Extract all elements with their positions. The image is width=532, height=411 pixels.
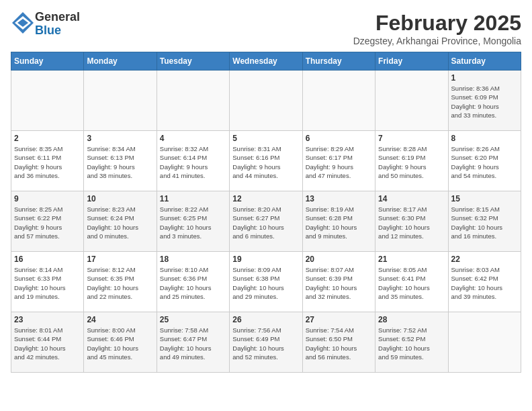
day-info: Sunrise: 8:14 AM Sunset: 6:33 PM Dayligh…	[14, 265, 81, 301]
calendar-week-3: 9Sunrise: 8:25 AM Sunset: 6:22 PM Daylig…	[11, 191, 521, 252]
day-info: Sunrise: 8:31 AM Sunset: 6:16 PM Dayligh…	[232, 144, 299, 180]
day-number: 7	[378, 134, 445, 143]
calendar-cell: 19Sunrise: 8:09 AM Sunset: 6:38 PM Dayli…	[230, 252, 302, 312]
day-info: Sunrise: 8:23 AM Sunset: 6:24 PM Dayligh…	[87, 205, 153, 240]
day-info: Sunrise: 8:12 AM Sunset: 6:35 PM Dayligh…	[87, 265, 153, 301]
calendar-cell: 8Sunrise: 8:26 AM Sunset: 6:20 PM Daylig…	[448, 131, 521, 191]
calendar-cell: 3Sunrise: 8:34 AM Sunset: 6:13 PM Daylig…	[84, 131, 157, 191]
day-number: 14	[378, 194, 445, 203]
day-number: 12	[232, 194, 299, 203]
calendar-cell: 28Sunrise: 7:52 AM Sunset: 6:52 PM Dayli…	[375, 312, 448, 373]
day-info: Sunrise: 8:36 AM Sunset: 6:09 PM Dayligh…	[451, 84, 518, 120]
month-title: February 2025	[353, 11, 521, 36]
calendar-cell	[84, 71, 157, 131]
calendar-cell: 7Sunrise: 8:28 AM Sunset: 6:19 PM Daylig…	[375, 131, 448, 191]
day-number: 3	[87, 134, 153, 143]
day-header-monday: Monday	[84, 52, 157, 71]
day-number: 9	[14, 194, 81, 203]
day-number: 4	[160, 134, 226, 143]
calendar-cell: 1Sunrise: 8:36 AM Sunset: 6:09 PM Daylig…	[448, 71, 521, 131]
day-header-thursday: Thursday	[302, 52, 375, 71]
day-info: Sunrise: 8:15 AM Sunset: 6:32 PM Dayligh…	[451, 205, 518, 240]
calendar-cell: 26Sunrise: 7:56 AM Sunset: 6:49 PM Dayli…	[230, 312, 302, 373]
calendar-cell: 5Sunrise: 8:31 AM Sunset: 6:16 PM Daylig…	[230, 131, 302, 191]
calendar-header: SundayMondayTuesdayWednesdayThursdayFrid…	[11, 52, 521, 71]
day-number: 21	[378, 255, 445, 264]
day-header-wednesday: Wednesday	[230, 52, 302, 71]
calendar-cell: 6Sunrise: 8:29 AM Sunset: 6:17 PM Daylig…	[302, 131, 375, 191]
calendar-cell	[375, 71, 448, 131]
day-number: 20	[306, 255, 372, 264]
day-info: Sunrise: 8:29 AM Sunset: 6:17 PM Dayligh…	[306, 144, 372, 180]
day-number: 17	[87, 255, 153, 264]
day-info: Sunrise: 7:56 AM Sunset: 6:49 PM Dayligh…	[232, 326, 299, 361]
calendar-cell: 9Sunrise: 8:25 AM Sunset: 6:22 PM Daylig…	[11, 191, 84, 252]
day-info: Sunrise: 8:01 AM Sunset: 6:44 PM Dayligh…	[14, 326, 81, 361]
calendar-cell: 24Sunrise: 8:00 AM Sunset: 6:46 PM Dayli…	[84, 312, 157, 373]
calendar-cell: 17Sunrise: 8:12 AM Sunset: 6:35 PM Dayli…	[84, 252, 157, 312]
calendar-cell: 16Sunrise: 8:14 AM Sunset: 6:33 PM Dayli…	[11, 252, 84, 312]
day-number: 11	[160, 194, 226, 203]
day-number: 2	[14, 134, 81, 143]
calendar-cell: 11Sunrise: 8:22 AM Sunset: 6:25 PM Dayli…	[157, 191, 229, 252]
calendar-cell: 21Sunrise: 8:05 AM Sunset: 6:41 PM Dayli…	[375, 252, 448, 312]
day-info: Sunrise: 7:58 AM Sunset: 6:47 PM Dayligh…	[160, 326, 226, 361]
header-row: SundayMondayTuesdayWednesdayThursdayFrid…	[11, 52, 521, 71]
day-number: 24	[87, 315, 153, 324]
day-header-saturday: Saturday	[448, 52, 521, 71]
calendar-cell: 27Sunrise: 7:54 AM Sunset: 6:50 PM Dayli…	[302, 312, 375, 373]
calendar-cell	[230, 71, 302, 131]
calendar-cell: 22Sunrise: 8:03 AM Sunset: 6:42 PM Dayli…	[448, 252, 521, 312]
day-info: Sunrise: 8:09 AM Sunset: 6:38 PM Dayligh…	[232, 265, 299, 301]
day-info: Sunrise: 8:26 AM Sunset: 6:20 PM Dayligh…	[451, 144, 518, 180]
day-number: 22	[451, 255, 518, 264]
day-info: Sunrise: 8:20 AM Sunset: 6:27 PM Dayligh…	[232, 205, 299, 240]
day-number: 13	[306, 194, 372, 203]
calendar-cell: 12Sunrise: 8:20 AM Sunset: 6:27 PM Dayli…	[230, 191, 302, 252]
day-info: Sunrise: 8:34 AM Sunset: 6:13 PM Dayligh…	[87, 144, 153, 180]
calendar-cell	[11, 71, 84, 131]
day-info: Sunrise: 8:17 AM Sunset: 6:30 PM Dayligh…	[378, 205, 445, 240]
day-info: Sunrise: 7:54 AM Sunset: 6:50 PM Dayligh…	[306, 326, 372, 361]
calendar-cell: 10Sunrise: 8:23 AM Sunset: 6:24 PM Dayli…	[84, 191, 157, 252]
day-number: 6	[306, 134, 372, 143]
calendar-cell	[302, 71, 375, 131]
day-info: Sunrise: 8:10 AM Sunset: 6:36 PM Dayligh…	[160, 265, 226, 301]
day-number: 5	[232, 134, 299, 143]
day-number: 27	[306, 315, 372, 324]
day-number: 16	[14, 255, 81, 264]
location-subtitle: Dzegstey, Arkhangai Province, Mongolia	[353, 36, 521, 46]
day-number: 25	[160, 315, 226, 324]
day-info: Sunrise: 8:25 AM Sunset: 6:22 PM Dayligh…	[14, 205, 81, 240]
day-number: 28	[378, 315, 445, 324]
day-number: 19	[232, 255, 299, 264]
logo-text: General Blue	[35, 11, 80, 38]
calendar-cell: 13Sunrise: 8:19 AM Sunset: 6:28 PM Dayli…	[302, 191, 375, 252]
calendar-week-2: 2Sunrise: 8:35 AM Sunset: 6:11 PM Daylig…	[11, 131, 521, 191]
day-number: 8	[451, 134, 518, 143]
day-info: Sunrise: 8:28 AM Sunset: 6:19 PM Dayligh…	[378, 144, 445, 180]
calendar-cell: 25Sunrise: 7:58 AM Sunset: 6:47 PM Dayli…	[157, 312, 229, 373]
calendar-week-1: 1Sunrise: 8:36 AM Sunset: 6:09 PM Daylig…	[11, 71, 521, 131]
day-number: 23	[14, 315, 81, 324]
day-info: Sunrise: 8:35 AM Sunset: 6:11 PM Dayligh…	[14, 144, 81, 180]
day-number: 10	[87, 194, 153, 203]
calendar-week-4: 16Sunrise: 8:14 AM Sunset: 6:33 PM Dayli…	[11, 252, 521, 312]
day-info: Sunrise: 8:03 AM Sunset: 6:42 PM Dayligh…	[451, 265, 518, 301]
day-info: Sunrise: 7:52 AM Sunset: 6:52 PM Dayligh…	[378, 326, 445, 361]
calendar-cell: 18Sunrise: 8:10 AM Sunset: 6:36 PM Dayli…	[157, 252, 229, 312]
calendar-cell	[157, 71, 229, 131]
logo-icon	[11, 11, 35, 35]
day-info: Sunrise: 8:00 AM Sunset: 6:46 PM Dayligh…	[87, 326, 153, 361]
day-header-friday: Friday	[375, 52, 448, 71]
calendar-table: SundayMondayTuesdayWednesdayThursdayFrid…	[11, 52, 521, 373]
day-info: Sunrise: 8:19 AM Sunset: 6:28 PM Dayligh…	[306, 205, 372, 240]
day-header-sunday: Sunday	[11, 52, 84, 71]
calendar-cell: 14Sunrise: 8:17 AM Sunset: 6:30 PM Dayli…	[375, 191, 448, 252]
page-header: General Blue February 2025 Dzegstey, Ark…	[11, 11, 521, 46]
logo: General Blue	[11, 11, 80, 38]
calendar-week-5: 23Sunrise: 8:01 AM Sunset: 6:44 PM Dayli…	[11, 312, 521, 373]
calendar-cell	[448, 312, 521, 373]
day-number: 26	[232, 315, 299, 324]
day-number: 1	[451, 73, 518, 83]
